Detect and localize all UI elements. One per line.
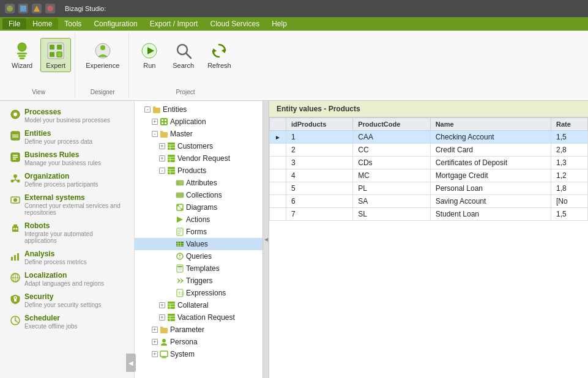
expert-button[interactable]: Expert	[40, 38, 71, 72]
menu-file[interactable]: File	[2, 18, 26, 29]
menu-tools[interactable]: Tools	[58, 18, 87, 29]
external-systems-icon	[10, 195, 21, 207]
no-expand-collections	[166, 191, 174, 199]
svg-marker-19	[221, 48, 225, 53]
tree-item-queries[interactable]: Queries	[135, 250, 262, 262]
svg-rect-57	[162, 122, 163, 124]
no-expand-queries	[166, 253, 174, 260]
entity-values-table: idProducts ProductCode Name Rate ►1CAACh…	[269, 117, 588, 221]
search-button[interactable]: Search	[167, 38, 199, 72]
tree-item-actions[interactable]: Actions	[135, 213, 262, 226]
row-arrow-icon: ►	[275, 134, 281, 141]
table-row[interactable]: ►1CAAChecking Account1,5	[270, 131, 588, 144]
svg-rect-23	[11, 132, 20, 140]
refresh-button[interactable]: Refresh	[202, 38, 237, 72]
expand-collateral[interactable]: +	[159, 302, 165, 308]
tree-item-vendor-request[interactable]: + Vendor Request	[135, 152, 262, 165]
expand-vendor-request[interactable]: +	[159, 155, 165, 161]
expand-persona[interactable]: +	[152, 339, 158, 345]
expand-application[interactable]: +	[152, 119, 158, 125]
svg-rect-7	[20, 57, 24, 59]
expand-entities-root[interactable]: -	[144, 106, 151, 113]
collapse-arrow-icon: ◀	[264, 237, 268, 242]
project-group-label: Project	[176, 87, 195, 95]
svg-rect-54	[160, 118, 168, 125]
menu-cloud-services[interactable]: Cloud Services	[204, 18, 266, 29]
menu-help[interactable]: Help	[266, 18, 293, 29]
th-id-products: idProducts	[286, 118, 352, 131]
svg-rect-24	[12, 135, 18, 136]
table-row[interactable]: 6SASaving Account[No	[270, 195, 588, 208]
sidebar-item-scheduler[interactable]: Scheduler Execute offline jobs	[2, 311, 132, 332]
cell-rate: 1,8	[551, 182, 588, 195]
tree-item-templates[interactable]: Templates	[135, 262, 262, 275]
collateral-table-icon	[166, 300, 176, 310]
expand-products[interactable]: -	[159, 168, 165, 174]
application-icon	[159, 117, 169, 127]
menu-export-import[interactable]: Export / Import	[144, 18, 204, 29]
no-expand-diagrams	[166, 204, 174, 211]
table-row[interactable]: 5PLPersonal Loan1,8	[270, 182, 588, 195]
svg-point-91	[179, 257, 180, 258]
table-row[interactable]: 4MCMortgage Credit1,2	[270, 169, 588, 182]
wizard-button[interactable]: Wizard	[6, 38, 38, 72]
run-button[interactable]: Run	[134, 38, 165, 72]
sidebar-item-processes[interactable]: Processes Model your business processes	[2, 105, 132, 126]
sidebar-item-security[interactable]: Security Define your security settings	[2, 290, 132, 311]
products-table-icon	[166, 166, 176, 176]
row-arrow-cell	[270, 157, 286, 169]
system-icon	[159, 349, 169, 359]
sidebar-item-entities[interactable]: Entities Define your process data	[2, 127, 132, 147]
expand-system[interactable]: +	[152, 351, 158, 357]
tree-item-attributes[interactable]: Attributes	[135, 177, 262, 189]
tree-label-customers: Customers	[177, 142, 213, 150]
tree-item-application[interactable]: + Application	[135, 116, 262, 128]
svg-rect-58	[165, 122, 166, 124]
tree-label-persona: Persona	[170, 338, 198, 346]
tree-item-entities-root[interactable]: - Entities	[135, 103, 262, 116]
cell-name: Certificates of Deposit	[430, 157, 551, 169]
vendor-request-table-icon	[166, 154, 176, 163]
tree-item-customers[interactable]: + Customers	[135, 140, 262, 152]
sidebar-item-localization[interactable]: Localization Adapt languages and regions	[2, 269, 132, 289]
tree-item-triggers[interactable]: Triggers	[135, 275, 262, 287]
experience-button[interactable]: Experience	[80, 38, 125, 72]
no-expand-templates	[166, 265, 174, 272]
tree-item-collateral[interactable]: + Collateral	[135, 299, 262, 311]
menu-home[interactable]: Home	[26, 18, 58, 29]
table-row[interactable]: 7SLStudent Loan1,5	[270, 208, 588, 221]
cell-product-code: CC	[353, 144, 430, 157]
sidebar-item-robots[interactable]: Robots Integrate your automated applicat…	[2, 219, 132, 246]
cell-name: Mortgage Credit	[430, 169, 551, 182]
svg-rect-10	[57, 45, 62, 50]
tree-item-vacation-request[interactable]: + Vacation Request	[135, 311, 262, 324]
svg-line-78	[179, 206, 181, 209]
tree-item-expressions[interactable]: f(x) Expressions	[135, 287, 262, 299]
sidebar-item-organization[interactable]: Organization Define process participants	[2, 169, 132, 190]
tree-collapse-handle[interactable]: ◀	[263, 101, 269, 378]
no-expand-actions	[166, 216, 174, 223]
table-row[interactable]: 2CCCredit Card2,8	[270, 144, 588, 157]
values-icon	[175, 239, 185, 249]
expand-customers[interactable]: +	[159, 143, 165, 149]
tree-item-diagrams[interactable]: Diagrams	[135, 201, 262, 213]
tree-item-products[interactable]: - Products	[135, 165, 262, 177]
expand-parameter[interactable]: +	[152, 327, 158, 333]
svg-rect-67	[168, 167, 175, 174]
tree-item-master[interactable]: - Master	[135, 128, 262, 140]
sidebar-collapse-button[interactable]: ◀	[126, 354, 135, 372]
sidebar-item-analysis[interactable]: Analysis Define process metrics	[2, 247, 132, 268]
sidebar-item-external-systems[interactable]: External systems Connect your external s…	[2, 191, 132, 218]
tree-item-values[interactable]: Values	[135, 238, 262, 250]
tree-item-collections[interactable]: Collections	[135, 189, 262, 201]
expand-vacation-request[interactable]: +	[159, 314, 165, 321]
tree-item-system[interactable]: + System	[135, 348, 262, 360]
sidebar-item-business-rules[interactable]: Business Rules Manage your business rule…	[2, 148, 132, 169]
tree-item-forms[interactable]: Forms	[135, 226, 262, 238]
tree-item-parameter[interactable]: + Parameter	[135, 324, 262, 336]
tree-item-persona[interactable]: + Persona	[135, 336, 262, 348]
expand-master[interactable]: -	[152, 131, 158, 137]
svg-text:f(x): f(x)	[178, 291, 184, 296]
menu-configuration[interactable]: Configuration	[87, 18, 143, 29]
table-row[interactable]: 3CDsCertificates of Deposit1,3	[270, 157, 588, 169]
